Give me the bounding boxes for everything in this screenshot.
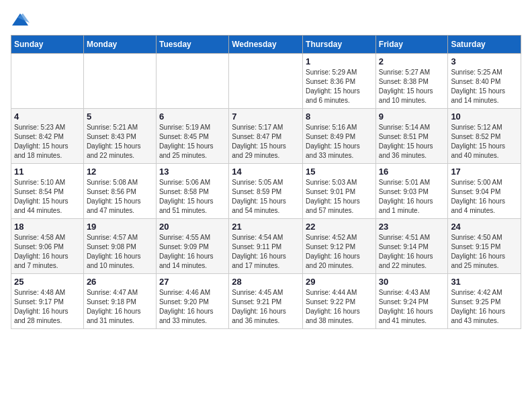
day-info: Sunrise: 5:10 AM Sunset: 8:54 PM Dayligh… xyxy=(14,178,81,216)
day-info: Sunrise: 4:47 AM Sunset: 9:18 PM Dayligh… xyxy=(87,288,153,326)
weekday-header: Tuesday xyxy=(156,36,228,54)
calendar-cell xyxy=(156,54,228,109)
day-info: Sunrise: 4:43 AM Sunset: 9:24 PM Dayligh… xyxy=(379,288,445,326)
day-number: 16 xyxy=(379,167,445,177)
weekday-header: Wednesday xyxy=(229,36,303,54)
weekday-header: Sunday xyxy=(11,36,84,54)
calendar-week-row: 11Sunrise: 5:10 AM Sunset: 8:54 PM Dayli… xyxy=(11,164,521,219)
calendar-cell: 7Sunrise: 5:17 AM Sunset: 8:47 PM Daylig… xyxy=(229,109,303,164)
day-info: Sunrise: 5:16 AM Sunset: 8:49 PM Dayligh… xyxy=(306,123,373,161)
day-info: Sunrise: 5:25 AM Sunset: 8:40 PM Dayligh… xyxy=(451,68,518,105)
calendar-cell: 15Sunrise: 5:03 AM Sunset: 9:01 PM Dayli… xyxy=(303,164,376,219)
day-number: 3 xyxy=(451,56,518,66)
day-info: Sunrise: 5:27 AM Sunset: 8:38 PM Dayligh… xyxy=(379,68,445,105)
calendar-week-row: 1Sunrise: 5:29 AM Sunset: 8:36 PM Daylig… xyxy=(11,54,521,109)
calendar-cell xyxy=(83,54,156,109)
weekday-header: Saturday xyxy=(448,36,521,54)
calendar-cell: 30Sunrise: 4:43 AM Sunset: 9:24 PM Dayli… xyxy=(375,274,448,329)
calendar-table: SundayMondayTuesdayWednesdayThursdayFrid… xyxy=(11,35,521,329)
day-info: Sunrise: 4:58 AM Sunset: 9:06 PM Dayligh… xyxy=(14,233,81,271)
day-number: 10 xyxy=(451,111,518,122)
calendar-week-row: 18Sunrise: 4:58 AM Sunset: 9:06 PM Dayli… xyxy=(11,219,521,274)
day-info: Sunrise: 5:06 AM Sunset: 8:58 PM Dayligh… xyxy=(159,178,226,216)
day-number: 20 xyxy=(159,222,226,232)
calendar-week-row: 4Sunrise: 5:23 AM Sunset: 8:42 PM Daylig… xyxy=(11,109,521,164)
weekday-header: Friday xyxy=(375,36,448,54)
day-number: 24 xyxy=(451,222,518,232)
day-number: 15 xyxy=(306,167,373,177)
calendar-cell: 19Sunrise: 4:57 AM Sunset: 9:08 PM Dayli… xyxy=(83,219,156,274)
calendar-cell: 18Sunrise: 4:58 AM Sunset: 9:06 PM Dayli… xyxy=(11,219,84,274)
day-info: Sunrise: 4:57 AM Sunset: 9:08 PM Dayligh… xyxy=(87,233,153,271)
day-number: 28 xyxy=(232,277,300,287)
day-info: Sunrise: 4:42 AM Sunset: 9:25 PM Dayligh… xyxy=(451,288,518,326)
day-info: Sunrise: 4:46 AM Sunset: 9:20 PM Dayligh… xyxy=(159,288,226,326)
day-number: 1 xyxy=(306,56,373,66)
calendar-cell: 13Sunrise: 5:06 AM Sunset: 8:58 PM Dayli… xyxy=(156,164,228,219)
day-number: 29 xyxy=(306,277,373,287)
calendar-cell xyxy=(229,54,303,109)
calendar-cell: 4Sunrise: 5:23 AM Sunset: 8:42 PM Daylig… xyxy=(11,109,84,164)
day-info: Sunrise: 5:00 AM Sunset: 9:04 PM Dayligh… xyxy=(451,178,518,216)
day-info: Sunrise: 5:08 AM Sunset: 8:56 PM Dayligh… xyxy=(87,178,153,216)
calendar-cell: 20Sunrise: 4:55 AM Sunset: 9:09 PM Dayli… xyxy=(156,219,228,274)
calendar-cell: 6Sunrise: 5:19 AM Sunset: 8:45 PM Daylig… xyxy=(156,109,228,164)
calendar-cell: 29Sunrise: 4:44 AM Sunset: 9:22 PM Dayli… xyxy=(303,274,376,329)
day-number: 23 xyxy=(379,222,445,232)
calendar-week-row: 25Sunrise: 4:48 AM Sunset: 9:17 PM Dayli… xyxy=(11,274,521,329)
calendar-cell: 21Sunrise: 4:54 AM Sunset: 9:11 PM Dayli… xyxy=(229,219,303,274)
calendar-cell: 11Sunrise: 5:10 AM Sunset: 8:54 PM Dayli… xyxy=(11,164,84,219)
day-number: 13 xyxy=(159,167,226,177)
weekday-header: Thursday xyxy=(303,36,376,54)
day-info: Sunrise: 4:54 AM Sunset: 9:11 PM Dayligh… xyxy=(232,233,300,271)
calendar-cell: 31Sunrise: 4:42 AM Sunset: 9:25 PM Dayli… xyxy=(448,274,521,329)
day-info: Sunrise: 5:21 AM Sunset: 8:43 PM Dayligh… xyxy=(87,123,153,161)
calendar-cell: 14Sunrise: 5:05 AM Sunset: 8:59 PM Dayli… xyxy=(229,164,303,219)
day-info: Sunrise: 4:48 AM Sunset: 9:17 PM Dayligh… xyxy=(14,288,81,326)
day-number: 17 xyxy=(451,167,518,177)
day-info: Sunrise: 4:44 AM Sunset: 9:22 PM Dayligh… xyxy=(306,288,373,326)
day-info: Sunrise: 5:29 AM Sunset: 8:36 PM Dayligh… xyxy=(306,68,373,105)
page-header xyxy=(11,11,521,30)
calendar-cell: 5Sunrise: 5:21 AM Sunset: 8:43 PM Daylig… xyxy=(83,109,156,164)
day-number: 7 xyxy=(232,111,300,122)
day-number: 30 xyxy=(379,277,445,287)
day-number: 9 xyxy=(379,111,445,122)
calendar-cell: 12Sunrise: 5:08 AM Sunset: 8:56 PM Dayli… xyxy=(83,164,156,219)
calendar-cell: 24Sunrise: 4:50 AM Sunset: 9:15 PM Dayli… xyxy=(448,219,521,274)
calendar-cell: 3Sunrise: 5:25 AM Sunset: 8:40 PM Daylig… xyxy=(448,54,521,109)
calendar-cell: 1Sunrise: 5:29 AM Sunset: 8:36 PM Daylig… xyxy=(303,54,376,109)
day-number: 4 xyxy=(14,111,81,122)
day-number: 6 xyxy=(159,111,226,122)
day-number: 5 xyxy=(87,111,153,122)
day-info: Sunrise: 4:45 AM Sunset: 9:21 PM Dayligh… xyxy=(232,288,300,326)
day-info: Sunrise: 5:19 AM Sunset: 8:45 PM Dayligh… xyxy=(159,123,226,161)
day-info: Sunrise: 5:03 AM Sunset: 9:01 PM Dayligh… xyxy=(306,178,373,216)
day-number: 18 xyxy=(14,222,81,232)
calendar-cell: 9Sunrise: 5:14 AM Sunset: 8:51 PM Daylig… xyxy=(375,109,448,164)
day-info: Sunrise: 5:17 AM Sunset: 8:47 PM Dayligh… xyxy=(232,123,300,161)
day-number: 31 xyxy=(451,277,518,287)
calendar-cell: 28Sunrise: 4:45 AM Sunset: 9:21 PM Dayli… xyxy=(229,274,303,329)
calendar-cell: 23Sunrise: 4:51 AM Sunset: 9:14 PM Dayli… xyxy=(375,219,448,274)
day-info: Sunrise: 4:52 AM Sunset: 9:12 PM Dayligh… xyxy=(306,233,373,271)
day-info: Sunrise: 5:12 AM Sunset: 8:52 PM Dayligh… xyxy=(451,123,518,161)
day-number: 27 xyxy=(159,277,226,287)
calendar-cell: 27Sunrise: 4:46 AM Sunset: 9:20 PM Dayli… xyxy=(156,274,228,329)
calendar-cell: 2Sunrise: 5:27 AM Sunset: 8:38 PM Daylig… xyxy=(375,54,448,109)
day-info: Sunrise: 5:05 AM Sunset: 8:59 PM Dayligh… xyxy=(232,178,300,216)
calendar-cell: 25Sunrise: 4:48 AM Sunset: 9:17 PM Dayli… xyxy=(11,274,84,329)
logo-icon xyxy=(11,11,30,30)
day-number: 14 xyxy=(232,167,300,177)
day-info: Sunrise: 5:01 AM Sunset: 9:03 PM Dayligh… xyxy=(379,178,445,216)
calendar-cell: 26Sunrise: 4:47 AM Sunset: 9:18 PM Dayli… xyxy=(83,274,156,329)
day-number: 12 xyxy=(87,167,153,177)
calendar-cell: 17Sunrise: 5:00 AM Sunset: 9:04 PM Dayli… xyxy=(448,164,521,219)
day-number: 2 xyxy=(379,56,445,66)
calendar-header-row: SundayMondayTuesdayWednesdayThursdayFrid… xyxy=(11,36,521,54)
calendar-cell: 10Sunrise: 5:12 AM Sunset: 8:52 PM Dayli… xyxy=(448,109,521,164)
day-info: Sunrise: 4:55 AM Sunset: 9:09 PM Dayligh… xyxy=(159,233,226,271)
day-number: 26 xyxy=(87,277,153,287)
day-info: Sunrise: 5:14 AM Sunset: 8:51 PM Dayligh… xyxy=(379,123,445,161)
weekday-header: Monday xyxy=(83,36,156,54)
